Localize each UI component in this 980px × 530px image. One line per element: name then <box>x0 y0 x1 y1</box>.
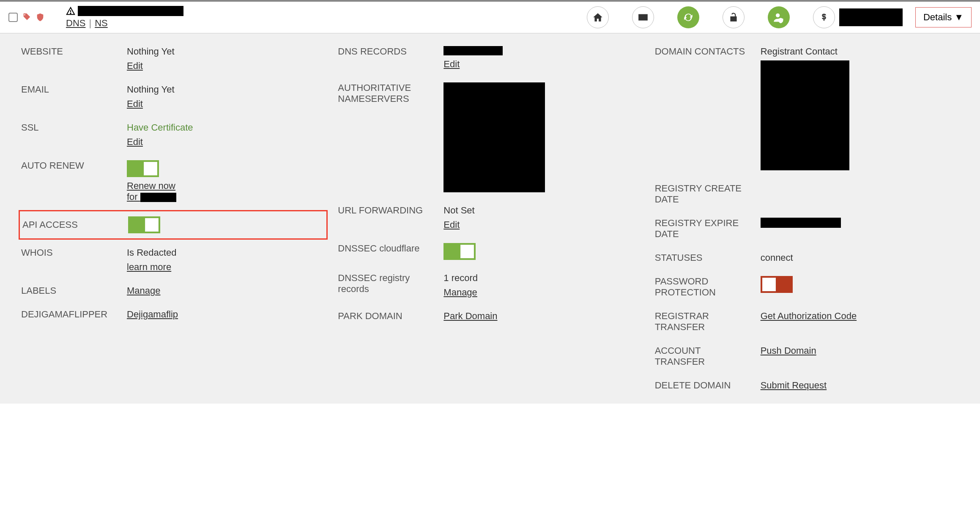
domain-header-row: DNS | NS Details ▼ <box>0 0 980 33</box>
home-button[interactable] <box>587 6 609 28</box>
row-statuses: STATUSES connect <box>655 252 959 263</box>
registrar-xfer-label: REGISTRAR TRANSFER <box>655 311 752 333</box>
refresh-icon <box>683 12 694 23</box>
pwd-label: PASSWORD PROTECTION <box>655 276 752 298</box>
row-website: WEBSITE Nothing Yet Edit <box>21 46 325 71</box>
email-edit-link[interactable]: Edit <box>127 98 143 109</box>
tag-icon <box>22 13 31 22</box>
renew-price-redacted <box>140 193 176 202</box>
row-pwd: PASSWORD PROTECTION <box>655 276 959 298</box>
nameservers-redacted <box>443 82 545 192</box>
row-dejig: DEJIGAMAFLIPPER Dejigamaflip <box>21 309 325 320</box>
unlock-icon <box>728 12 739 23</box>
row-account-xfer: ACCOUNT TRANSFER Push Domain <box>655 345 959 367</box>
autorenew-label: AUTO RENEW <box>21 160 118 171</box>
row-urlfwd: URL FORWARDING Not Set Edit <box>338 205 642 230</box>
urlfwd-value: Not Set <box>443 205 474 216</box>
contacts-value: Registrant Contact <box>761 46 838 57</box>
row-email: EMAIL Nothing Yet Edit <box>21 84 325 109</box>
select-checkbox[interactable] <box>8 13 18 22</box>
ssl-value: Have Certificate <box>127 122 193 133</box>
apiaccess-toggle[interactable] <box>128 216 160 233</box>
account-xfer-link[interactable]: Push Domain <box>761 345 816 356</box>
envelope-icon <box>638 12 649 23</box>
autorenew-toggle[interactable] <box>127 160 159 177</box>
registrar-xfer-link[interactable]: Get Authorization Code <box>761 311 857 322</box>
renew-for-text: for <box>127 191 140 202</box>
row-delete: DELETE DOMAIN Submit Request <box>655 380 959 391</box>
delete-label: DELETE DOMAIN <box>655 380 752 391</box>
divider: | <box>89 18 91 29</box>
user-shield-button[interactable] <box>768 6 790 28</box>
create-date-label: REGISTRY CREATE DATE <box>655 183 752 205</box>
row-create-date: REGISTRY CREATE DATE <box>655 183 959 205</box>
svg-point-2 <box>776 14 780 17</box>
dollar-icon <box>819 13 829 22</box>
refresh-button[interactable] <box>677 6 699 28</box>
ns-link[interactable]: NS <box>95 18 108 29</box>
row-autorenew: AUTO RENEW Renew now for <box>21 160 325 202</box>
row-dnssec-reg: DNSSEC registry records 1 record Manage <box>338 273 642 298</box>
price-button[interactable] <box>813 6 835 28</box>
account-xfer-label: ACCOUNT TRANSFER <box>655 345 752 367</box>
dnssec-reg-manage-link[interactable]: Manage <box>443 287 477 298</box>
urlfwd-label: URL FORWARDING <box>338 205 435 216</box>
website-edit-link[interactable]: Edit <box>127 60 143 71</box>
api-access-highlight: API ACCESS <box>19 210 328 240</box>
dnssec-reg-label: DNSSEC registry records <box>338 273 435 295</box>
domain-name-redacted <box>78 6 183 16</box>
website-label: WEBSITE <box>21 46 118 57</box>
renew-now-link[interactable]: Renew now for <box>127 180 176 202</box>
row-ssl: SSL Have Certificate Edit <box>21 122 325 148</box>
chevron-down-icon: ▼ <box>954 12 964 23</box>
dejig-link[interactable]: Dejigamaflip <box>127 309 178 320</box>
row-contacts: DOMAIN CONTACTS Registrant Contact <box>655 46 959 170</box>
dnssec-cf-toggle[interactable] <box>443 243 476 260</box>
ssl-edit-link[interactable]: Edit <box>127 137 143 148</box>
row-expire-date: REGISTRY EXPIRE DATE <box>655 218 959 240</box>
email-value: Nothing Yet <box>127 84 175 95</box>
row-authns: AUTHORITATIVE NAMESERVERS <box>338 82 642 192</box>
row-labels: LABELS Manage <box>21 285 325 296</box>
details-panel: WEBSITE Nothing Yet Edit EMAIL Nothing Y… <box>0 33 980 404</box>
dns-link[interactable]: DNS <box>66 18 85 29</box>
row-registrar-xfer: REGISTRAR TRANSFER Get Authorization Cod… <box>655 311 959 333</box>
column-1: WEBSITE Nothing Yet Edit EMAIL Nothing Y… <box>21 46 325 391</box>
expire-date-label: REGISTRY EXPIRE DATE <box>655 218 752 240</box>
whois-label: WHOIS <box>21 247 118 258</box>
lock-button[interactable] <box>723 6 745 28</box>
row-park: PARK DOMAIN Park Domain <box>338 311 642 322</box>
whois-value: Is Redacted <box>127 247 176 258</box>
dnssec-cf-label: DNSSEC cloudflare <box>338 243 435 254</box>
dnssec-reg-value: 1 record <box>443 273 478 284</box>
statuses-value: connect <box>761 252 793 263</box>
pwd-toggle[interactable] <box>761 276 793 293</box>
contacts-label: DOMAIN CONTACTS <box>655 46 752 57</box>
shield-icon <box>36 13 45 22</box>
apiaccess-label: API ACCESS <box>22 219 120 230</box>
dnsrecords-edit-link[interactable]: Edit <box>443 59 460 70</box>
row-dnssec-cf: DNSSEC cloudflare <box>338 243 642 260</box>
whois-learn-link[interactable]: learn more <box>127 262 171 273</box>
row-dnsrecords: DNS RECORDS Edit <box>338 46 642 70</box>
contact-redacted <box>761 60 849 170</box>
details-button[interactable]: Details ▼ <box>915 7 972 27</box>
urlfwd-edit-link[interactable]: Edit <box>443 219 460 230</box>
action-icons <box>587 6 903 28</box>
dnsrecords-label: DNS RECORDS <box>338 46 435 57</box>
column-2: DNS RECORDS Edit AUTHORITATIVE NAMESERVE… <box>338 46 642 391</box>
statuses-label: STATUSES <box>655 252 752 263</box>
column-3: DOMAIN CONTACTS Registrant Contact REGIS… <box>655 46 959 391</box>
delete-link[interactable]: Submit Request <box>761 380 827 391</box>
park-link[interactable]: Park Domain <box>443 311 497 322</box>
details-label: Details <box>923 12 952 23</box>
domain-info: DNS | NS <box>66 6 183 29</box>
email-button[interactable] <box>632 6 654 28</box>
renew-now-text: Renew now <box>127 180 175 191</box>
labels-label: LABELS <box>21 285 118 296</box>
park-label: PARK DOMAIN <box>338 311 435 322</box>
labels-manage-link[interactable]: Manage <box>127 285 161 296</box>
svg-point-1 <box>70 13 71 14</box>
email-label: EMAIL <box>21 84 118 95</box>
home-icon <box>592 12 603 23</box>
